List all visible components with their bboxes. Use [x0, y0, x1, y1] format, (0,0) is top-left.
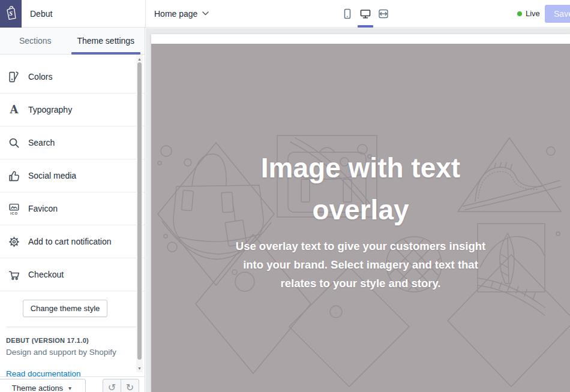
- sidebar-item-label: Favicon: [28, 204, 58, 213]
- change-theme-style-button[interactable]: Change theme style: [23, 300, 107, 317]
- scrollbar-up-arrow-icon[interactable]: ▲: [136, 55, 143, 62]
- sidebar-item-typography[interactable]: A Typography: [0, 94, 145, 126]
- hero-body-text: Use overlay text to give your customers …: [229, 237, 493, 293]
- undo-button[interactable]: ↺: [103, 379, 121, 392]
- theme-version-label: DEBUT (VERSION 17.1.0): [6, 337, 139, 344]
- chevron-down-icon: [202, 11, 209, 16]
- tab-theme-settings-label: Theme settings: [77, 36, 134, 46]
- preview-top-strip: [151, 34, 570, 44]
- shopify-logo[interactable]: S: [0, 0, 22, 28]
- page-selector[interactable]: Home page: [145, 0, 217, 27]
- theme-actions-label: Theme actions: [12, 384, 63, 392]
- sidebar-item-add-to-cart-notification[interactable]: Add to cart notification: [0, 225, 145, 258]
- history-buttons: ↺ ↻: [103, 379, 139, 392]
- svg-text:ICO: ICO: [10, 211, 17, 215]
- thumbs-up-icon: [8, 170, 20, 182]
- cart-icon: [8, 269, 20, 281]
- store-name: Debut: [30, 0, 52, 28]
- mobile-icon: [341, 8, 353, 20]
- image-with-text-overlay-section[interactable]: Image with text overlay Use overlay text…: [151, 44, 570, 392]
- tab-sections[interactable]: Sections: [0, 28, 71, 54]
- live-label: Live: [526, 9, 540, 18]
- scrollbar-thumb[interactable]: [137, 62, 142, 360]
- top-bar: S Debut Home page: [0, 0, 570, 28]
- fullscreen-preview-button[interactable]: [377, 7, 390, 20]
- tab-theme-settings[interactable]: Theme settings: [71, 28, 142, 54]
- svg-text:A: A: [10, 104, 19, 116]
- mobile-preview-button[interactable]: [341, 7, 354, 20]
- sidebar-item-social-media[interactable]: Social media: [0, 159, 145, 192]
- sidebar-item-label: Add to cart notification: [28, 237, 112, 246]
- sidebar-item-label: Colors: [28, 72, 52, 82]
- search-icon: [8, 137, 20, 149]
- live-status: Live: [517, 0, 540, 27]
- favicon-icon: ICO: [8, 203, 20, 215]
- colors-icon: [8, 71, 20, 83]
- redo-icon: ↻: [126, 383, 134, 392]
- sidebar-tabs: Sections Theme settings: [0, 28, 145, 55]
- gear-icon: [8, 236, 20, 248]
- sidebar-scrollbar[interactable]: ▲ ▼: [136, 55, 143, 372]
- desktop-preview-button[interactable]: [359, 7, 372, 20]
- tab-sections-label: Sections: [19, 36, 52, 46]
- redo-button[interactable]: ↻: [121, 379, 139, 392]
- caret-down-icon: ▾: [68, 385, 71, 391]
- theme-credit-label: Design and support by Shopify: [6, 348, 139, 357]
- save-button[interactable]: Save: [545, 5, 570, 23]
- sidebar-item-label: Typography: [28, 105, 72, 114]
- desktop-icon: [359, 8, 371, 20]
- sidebar-footer: Theme actions ▾ ↺ ↻: [0, 376, 145, 392]
- svg-text:S: S: [9, 10, 13, 17]
- page-selector-label: Home page: [154, 9, 197, 19]
- theme-settings-list: Colors A Typography: [0, 55, 145, 291]
- live-dot-icon: [517, 11, 522, 16]
- sidebar-item-label: Checkout: [28, 270, 64, 279]
- theme-meta: DEBUT (VERSION 17.1.0) Design and suppor…: [0, 327, 145, 379]
- sidebar-item-checkout[interactable]: Checkout: [0, 258, 145, 291]
- sidebar-item-label: Social media: [28, 171, 76, 180]
- scrollbar-down-arrow-icon[interactable]: ▼: [136, 364, 143, 372]
- sidebar-item-favicon[interactable]: ICO Favicon: [0, 192, 145, 225]
- sidebar-item-colors[interactable]: Colors: [0, 61, 145, 94]
- typography-icon: A: [8, 104, 20, 116]
- sidebar: Sections Theme settings Co: [0, 28, 145, 392]
- theme-actions-button[interactable]: Theme actions ▾: [0, 379, 86, 392]
- fullscreen-icon: [377, 8, 389, 20]
- hero-heading: Image with text overlay: [223, 147, 499, 231]
- shopify-bag-icon: S: [2, 3, 19, 25]
- store-preview-frame: Image with text overlay Use overlay text…: [151, 34, 570, 392]
- active-device-underline: [358, 25, 373, 28]
- theme-editor: S Debut Home page: [0, 0, 570, 392]
- preview-area: Image with text overlay Use overlay text…: [146, 28, 570, 392]
- sidebar-item-label: Search: [28, 138, 55, 147]
- active-tab-underline: [71, 52, 141, 55]
- sidebar-item-search[interactable]: Search: [0, 126, 145, 159]
- undo-icon: ↺: [108, 383, 116, 392]
